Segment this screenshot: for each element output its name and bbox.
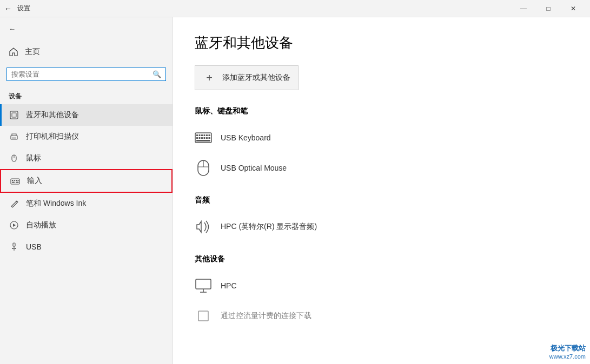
search-box[interactable]: 🔍 (6, 68, 166, 81)
sidebar-item-autoplay[interactable]: 自动播放 (0, 214, 173, 236)
sidebar-autoplay-label: 自动播放 (26, 220, 56, 230)
svg-rect-36 (196, 279, 211, 289)
svg-rect-39 (198, 311, 208, 321)
sidebar-item-usb[interactable]: USB (0, 236, 173, 258)
watermark: 极光下载站 www.xz7.com (549, 343, 586, 360)
svg-rect-14 (13, 243, 15, 246)
sidebar-mouse-label: 鼠标 (26, 153, 41, 163)
sidebar-bluetooth-label: 蓝牙和其他设备 (26, 110, 79, 120)
svg-rect-31 (209, 137, 211, 139)
sidebar-printers-label: 打印机和扫描仪 (26, 132, 79, 141)
svg-rect-23 (204, 134, 205, 136)
titlebar-left: ← 设置 (4, 4, 30, 13)
maximize-button[interactable]: □ (536, 0, 561, 17)
svg-rect-12 (16, 182, 19, 183)
sidebar-home-item[interactable]: 主页 (0, 41, 173, 63)
sidebar-back-button[interactable]: ← (0, 17, 173, 41)
input-icon (10, 176, 21, 186)
sidebar: ← 主页 🔍 设备 蓝牙和其他设备 (0, 17, 173, 364)
svg-rect-6 (11, 179, 19, 184)
svg-rect-27 (199, 137, 201, 139)
add-device-label: 添加蓝牙或其他设备 (222, 73, 290, 83)
svg-rect-29 (204, 137, 205, 139)
audio-device-icon (195, 218, 212, 235)
titlebar-back-icon[interactable]: ← (4, 4, 12, 13)
device-item-audio: HPC (英特尔(R) 显示器音频) (195, 214, 568, 240)
device-name-keyboard: USB Keyboard (221, 133, 271, 142)
page-title: 蓝牙和其他设备 (195, 33, 568, 52)
section-divider-2 (195, 245, 568, 246)
svg-rect-21 (199, 134, 201, 136)
svg-rect-20 (196, 134, 198, 136)
svg-rect-25 (209, 134, 211, 136)
section-title-mouse-keyboard: 鼠标、键盘和笔 (195, 106, 568, 116)
usb-icon (9, 241, 19, 252)
svg-rect-0 (10, 111, 18, 119)
svg-rect-9 (16, 180, 17, 181)
section-divider-1 (195, 186, 568, 187)
mouse-icon (9, 153, 19, 164)
back-arrow-icon: ← (9, 25, 16, 33)
sidebar-item-printers[interactable]: 打印机和扫描仪 (0, 126, 173, 147)
titlebar-title: 设置 (17, 4, 30, 13)
svg-rect-11 (12, 182, 15, 183)
svg-rect-28 (201, 137, 203, 139)
sidebar-item-pen[interactable]: 笔和 Windows Ink (0, 193, 173, 214)
device-item-keyboard: USB Keyboard (195, 125, 568, 151)
svg-rect-26 (196, 137, 198, 139)
home-label: 主页 (25, 47, 40, 57)
svg-rect-22 (201, 134, 203, 136)
svg-rect-7 (12, 180, 13, 181)
main-content: 蓝牙和其他设备 + 添加蓝牙或其他设备 鼠标、键盘和笔 (173, 17, 590, 364)
minimize-button[interactable]: — (511, 0, 536, 17)
section-title-other: 其他设备 (195, 254, 568, 264)
watermark-line1: 极光下载站 (549, 343, 586, 353)
sidebar-section-label: 设备 (0, 85, 173, 104)
search-icon: 🔍 (153, 70, 161, 78)
close-button[interactable]: ✕ (561, 0, 586, 17)
svg-point-18 (15, 248, 16, 249)
section-title-audio: 音频 (195, 196, 568, 205)
device-item-mouse: USB Optical Mouse (195, 155, 568, 181)
sidebar-input-label: 输入 (27, 176, 42, 186)
sidebar-item-mouse[interactable]: 鼠标 (0, 147, 173, 169)
device-name-mouse: USB Optical Mouse (221, 164, 287, 172)
svg-rect-1 (12, 113, 16, 117)
sidebar-pen-label: 笔和 Windows Ink (26, 199, 86, 208)
svg-rect-3 (12, 137, 16, 139)
titlebar: ← 设置 — □ ✕ (0, 0, 590, 17)
monitor-device-icon (195, 277, 212, 294)
watermark-line2: www.xz7.com (549, 353, 586, 360)
printer-icon (9, 131, 19, 142)
pen-icon (9, 198, 19, 209)
sidebar-item-bluetooth[interactable]: 蓝牙和其他设备 (0, 104, 173, 126)
sidebar-item-input[interactable]: 输入 (0, 169, 173, 193)
sidebar-usb-label: USB (26, 242, 42, 251)
autoplay-icon (9, 220, 19, 231)
mouse-device-icon (195, 159, 212, 177)
home-icon (9, 47, 18, 57)
device-name-hpc: HPC (221, 281, 237, 290)
bluetooth-icon (9, 110, 19, 120)
search-input[interactable] (11, 70, 153, 78)
checkbox-icon (195, 307, 212, 325)
titlebar-controls: — □ ✕ (511, 0, 586, 17)
add-device-button[interactable]: + 添加蓝牙或其他设备 (195, 65, 299, 90)
svg-point-17 (12, 248, 13, 249)
app-container: ← 主页 🔍 设备 蓝牙和其他设备 (0, 17, 590, 364)
partial-label: 通过控流量计费的连接下载 (221, 311, 311, 321)
svg-rect-24 (206, 134, 208, 136)
partial-download-item: 通过控流量计费的连接下载 (195, 303, 568, 329)
device-name-audio: HPC (英特尔(R) 显示器音频) (221, 222, 317, 232)
svg-rect-32 (196, 140, 210, 141)
add-icon: + (203, 71, 216, 84)
keyboard-device-icon (195, 129, 212, 146)
svg-rect-8 (14, 180, 15, 181)
svg-rect-30 (206, 137, 208, 139)
svg-rect-10 (18, 180, 19, 181)
device-item-hpc: HPC (195, 273, 568, 299)
